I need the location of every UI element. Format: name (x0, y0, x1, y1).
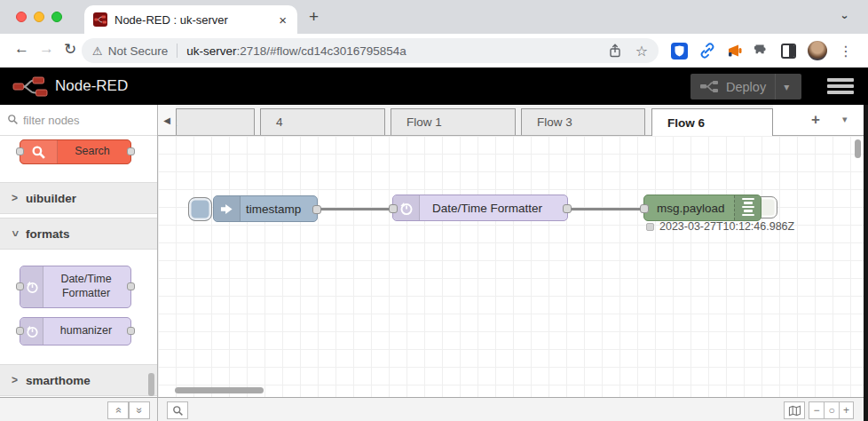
flow-tab-flow1[interactable]: Flow 1 (391, 108, 516, 135)
category-label: smarthome (26, 374, 91, 387)
palette-category-uibuilder[interactable]: > uibuilder (0, 182, 157, 214)
not-secure-label: Not Secure (108, 44, 169, 58)
share-icon[interactable] (609, 44, 621, 58)
flow-tab-clipped[interactable]: 2 (176, 108, 255, 135)
flow-tab-label: 4 (276, 115, 283, 129)
flow-tab-label: Flow 3 (537, 115, 572, 129)
double-chevron-down-icon: » (133, 408, 146, 414)
filter-nodes-input[interactable] (23, 111, 147, 129)
node-input-port (16, 327, 24, 335)
palette-scrollbar[interactable] (148, 373, 154, 396)
search-node-icon (20, 140, 58, 163)
flow-tab-label: 2 (176, 115, 178, 129)
node-input-port (16, 147, 24, 155)
reload-icon[interactable]: ↻ (64, 40, 76, 59)
node-input-port[interactable] (640, 204, 649, 213)
node-label: timestamp (246, 203, 301, 216)
screenshot-root: Node-RED : uk-server × + › ← → ↻ ⚠ Not S… (0, 0, 868, 421)
scroll-tabs-left-icon[interactable]: ◀ (158, 105, 176, 135)
extensions-puzzle-icon[interactable] (754, 44, 769, 59)
chevron-right-icon: > (12, 192, 18, 204)
palette-footer: » » (0, 397, 158, 421)
collapse-all-categories-button[interactable]: » (107, 401, 129, 419)
inject-trigger-button[interactable] (188, 197, 212, 221)
profile-avatar[interactable] (808, 41, 827, 60)
forward-icon: → (39, 40, 54, 58)
deploy-options-caret-icon[interactable]: ▾ (776, 81, 797, 93)
browser-tab[interactable]: Node-RED : uk-server × (84, 5, 297, 34)
node-output-port[interactable] (312, 205, 321, 214)
add-flow-button[interactable]: + (811, 111, 820, 129)
flow-tab-flow3[interactable]: Flow 3 (521, 108, 645, 135)
palette-node-humanizer[interactable]: humanizer (20, 317, 131, 346)
node-output-port[interactable] (563, 204, 572, 213)
not-secure-warning-icon[interactable]: ⚠ (92, 44, 103, 58)
status-dot-icon (646, 223, 654, 231)
chrome-menu-icon[interactable]: ⋮ (839, 43, 853, 60)
palette-filter (0, 105, 157, 136)
bitwarden-extension-icon[interactable] (671, 43, 688, 60)
wire-inject-to-formatter[interactable] (316, 208, 392, 210)
flow-tab-bar: ◀ 2 4 Flow 1 Flow 3 Flow 6 + ▾ (158, 105, 864, 136)
inject-node-timestamp[interactable]: timestamp (213, 195, 318, 222)
workspace-footer: − ○ + (158, 397, 864, 421)
new-tab-button[interactable]: + (309, 7, 319, 27)
deploy-button[interactable]: Deploy ▾ (690, 74, 801, 99)
palette-node-search[interactable]: Search (20, 139, 131, 164)
tab-overflow-chevron-icon[interactable]: › (839, 15, 852, 19)
datetime-formatter-node[interactable]: Date/Time Formatter (392, 195, 568, 221)
zoom-reset-button[interactable]: ○ (824, 401, 839, 419)
window-minimize-button[interactable] (34, 12, 44, 22)
flow-tab-flow6-active[interactable]: Flow 6 (651, 108, 773, 136)
canvas-horizontal-scrollbar[interactable] (175, 387, 264, 393)
navigator-map-button[interactable] (784, 401, 805, 419)
flow-tab-label: Flow 1 (406, 115, 442, 129)
palette-node-datetime-formatter[interactable]: Date/Time Formatter (20, 266, 131, 308)
back-icon[interactable]: ← (14, 40, 29, 58)
window-edge-shadow (864, 105, 868, 421)
canvas-vertical-scrollbar[interactable] (855, 139, 861, 158)
main-menu-icon[interactable] (827, 78, 854, 97)
flow-tab-label: Flow 6 (667, 116, 705, 130)
wire-formatter-to-debug[interactable] (566, 208, 645, 210)
node-input-port (16, 282, 24, 290)
flow-canvas[interactable]: timestamp Date/Time Formatter msg.payloa… (158, 136, 864, 397)
palette-category-formats[interactable]: > formats (0, 218, 157, 250)
bookmark-star-icon[interactable]: ☆ (635, 43, 648, 60)
browser-toolbar: ← → ↻ ⚠ Not Secure uk-server :2718/#flow… (0, 34, 868, 68)
side-panel-icon[interactable] (781, 44, 796, 59)
debug-list-icon (734, 195, 761, 220)
window-zoom-button[interactable] (51, 12, 62, 22)
node-output-port (127, 282, 135, 290)
node-red-header: Node-RED Deploy ▾ (0, 68, 868, 105)
window-close-button[interactable] (16, 12, 27, 22)
palette-sidebar: Search > uibuilder > formats Date/Time F… (0, 105, 158, 397)
double-chevron-up-icon: » (112, 408, 124, 414)
debug-node-msg-payload[interactable]: msg.payload (643, 195, 761, 221)
tab-close-icon[interactable]: × (277, 12, 288, 28)
status-text: 2023-03-27T10:12:46.986Z (659, 220, 794, 233)
expand-all-categories-button[interactable]: » (129, 401, 150, 419)
browser-tab-strip: Node-RED : uk-server × + › (0, 0, 868, 34)
link-extension-icon[interactable] (699, 43, 715, 59)
address-divider (177, 44, 178, 58)
palette-category-smarthome[interactable]: > smarthome (0, 364, 157, 396)
browser-tab-title: Node-RED : uk-server (114, 13, 277, 27)
chevron-down-icon: > (9, 230, 21, 236)
address-bar[interactable]: ⚠ Not Secure uk-server :2718/#flow/cd14c… (82, 38, 659, 63)
chevron-right-icon: > (12, 374, 18, 386)
search-flows-button[interactable] (167, 401, 188, 419)
zoom-out-button[interactable]: − (809, 401, 824, 419)
zoom-in-button[interactable]: + (839, 401, 854, 419)
megaphone-extension-icon[interactable] (727, 44, 743, 58)
category-label: uibuilder (26, 192, 76, 205)
debug-node-status: 2023-03-27T10:12:46.986Z (646, 220, 794, 233)
flow-list-caret-icon[interactable]: ▾ (842, 114, 848, 125)
node-label: msg.payload (657, 202, 725, 215)
node-red-logo-icon (12, 75, 51, 99)
node-input-port[interactable] (389, 204, 398, 213)
flow-tab-4[interactable]: 4 (260, 108, 385, 135)
deploy-icon (699, 80, 719, 93)
deploy-label: Deploy (726, 80, 766, 94)
node-label: Date/Time Formatter (432, 202, 542, 215)
